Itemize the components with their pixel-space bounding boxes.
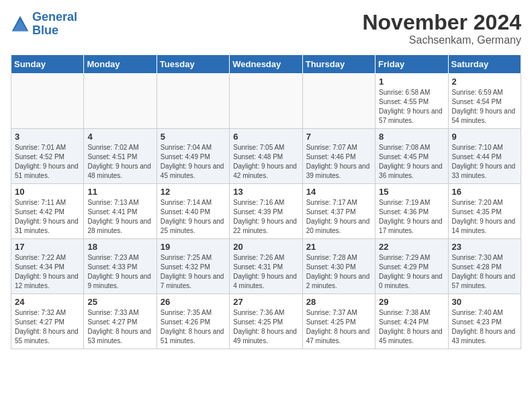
- calendar-cell: 25Sunrise: 7:33 AM Sunset: 4:27 PM Dayli…: [84, 294, 157, 349]
- calendar-cell: 11Sunrise: 7:13 AM Sunset: 4:41 PM Dayli…: [84, 184, 157, 239]
- calendar-cell: 6Sunrise: 7:05 AM Sunset: 4:48 PM Daylig…: [230, 129, 302, 184]
- calendar-week-4: 17Sunrise: 7:22 AM Sunset: 4:34 PM Dayli…: [11, 239, 521, 294]
- calendar-cell: 4Sunrise: 7:02 AM Sunset: 4:51 PM Daylig…: [84, 129, 157, 184]
- calendar-cell: 19Sunrise: 7:25 AM Sunset: 4:32 PM Dayli…: [157, 239, 229, 294]
- day-info: Sunrise: 7:30 AM Sunset: 4:28 PM Dayligh…: [452, 253, 517, 291]
- calendar-cell: 1Sunrise: 6:58 AM Sunset: 4:55 PM Daylig…: [375, 74, 448, 129]
- calendar-cell: 12Sunrise: 7:14 AM Sunset: 4:40 PM Dayli…: [157, 184, 229, 239]
- title-block: November 2024 Sachsenkam, Germany: [362, 11, 521, 46]
- calendar-cell: 14Sunrise: 7:17 AM Sunset: 4:37 PM Dayli…: [302, 184, 375, 239]
- day-info: Sunrise: 7:29 AM Sunset: 4:29 PM Dayligh…: [379, 253, 444, 291]
- calendar-week-3: 10Sunrise: 7:11 AM Sunset: 4:42 PM Dayli…: [11, 184, 521, 239]
- calendar-cell: 24Sunrise: 7:32 AM Sunset: 4:27 PM Dayli…: [11, 294, 84, 349]
- day-info: Sunrise: 7:32 AM Sunset: 4:27 PM Dayligh…: [15, 308, 80, 346]
- calendar-cell: [84, 74, 157, 129]
- day-number: 1: [379, 77, 444, 87]
- calendar-week-5: 24Sunrise: 7:32 AM Sunset: 4:27 PM Dayli…: [11, 294, 521, 349]
- day-info: Sunrise: 6:58 AM Sunset: 4:55 PM Dayligh…: [379, 88, 444, 126]
- day-info: Sunrise: 7:01 AM Sunset: 4:52 PM Dayligh…: [15, 143, 80, 181]
- column-header-monday: Monday: [84, 55, 157, 74]
- calendar-cell: 10Sunrise: 7:11 AM Sunset: 4:42 PM Dayli…: [11, 184, 84, 239]
- day-info: Sunrise: 7:04 AM Sunset: 4:49 PM Dayligh…: [161, 143, 226, 181]
- day-number: 22: [379, 242, 444, 252]
- page-header: GeneralBlue November 2024 Sachsenkam, Ge…: [11, 11, 521, 46]
- calendar-cell: 13Sunrise: 7:16 AM Sunset: 4:39 PM Dayli…: [230, 184, 302, 239]
- day-info: Sunrise: 7:05 AM Sunset: 4:48 PM Dayligh…: [233, 143, 298, 181]
- day-number: 11: [87, 187, 152, 197]
- calendar-cell: [11, 74, 84, 129]
- day-info: Sunrise: 7:23 AM Sunset: 4:33 PM Dayligh…: [87, 253, 152, 291]
- day-number: 4: [87, 132, 152, 142]
- calendar-header-row: SundayMondayTuesdayWednesdayThursdayFrid…: [11, 55, 521, 74]
- calendar-table: SundayMondayTuesdayWednesdayThursdayFrid…: [11, 54, 521, 349]
- day-number: 27: [233, 297, 298, 307]
- day-number: 8: [379, 132, 444, 142]
- calendar-cell: 17Sunrise: 7:22 AM Sunset: 4:34 PM Dayli…: [11, 239, 84, 294]
- calendar-cell: 23Sunrise: 7:30 AM Sunset: 4:28 PM Dayli…: [448, 239, 521, 294]
- calendar-cell: 29Sunrise: 7:38 AM Sunset: 4:24 PM Dayli…: [375, 294, 448, 349]
- calendar-cell: 8Sunrise: 7:08 AM Sunset: 4:45 PM Daylig…: [375, 129, 448, 184]
- day-number: 28: [306, 297, 371, 307]
- day-number: 20: [233, 242, 298, 252]
- day-info: Sunrise: 7:33 AM Sunset: 4:27 PM Dayligh…: [87, 308, 152, 346]
- calendar-cell: [230, 74, 302, 129]
- day-number: 24: [15, 297, 80, 307]
- logo: GeneralBlue: [11, 11, 77, 38]
- month-title: November 2024: [362, 11, 521, 34]
- day-number: 29: [379, 297, 444, 307]
- column-header-sunday: Sunday: [11, 55, 84, 74]
- day-info: Sunrise: 7:16 AM Sunset: 4:39 PM Dayligh…: [233, 198, 298, 236]
- location: Sachsenkam, Germany: [362, 34, 521, 46]
- day-info: Sunrise: 7:11 AM Sunset: 4:42 PM Dayligh…: [15, 198, 80, 236]
- day-info: Sunrise: 7:35 AM Sunset: 4:26 PM Dayligh…: [161, 308, 226, 346]
- calendar-cell: 27Sunrise: 7:36 AM Sunset: 4:25 PM Dayli…: [230, 294, 302, 349]
- day-info: Sunrise: 7:13 AM Sunset: 4:41 PM Dayligh…: [87, 198, 152, 236]
- day-number: 3: [15, 132, 80, 142]
- day-number: 17: [15, 242, 80, 252]
- calendar-cell: [157, 74, 229, 129]
- calendar-cell: 22Sunrise: 7:29 AM Sunset: 4:29 PM Dayli…: [375, 239, 448, 294]
- day-info: Sunrise: 7:14 AM Sunset: 4:40 PM Dayligh…: [161, 198, 226, 236]
- day-info: Sunrise: 7:07 AM Sunset: 4:46 PM Dayligh…: [306, 143, 371, 181]
- day-info: Sunrise: 7:28 AM Sunset: 4:30 PM Dayligh…: [306, 253, 371, 291]
- column-header-saturday: Saturday: [448, 55, 521, 74]
- day-number: 7: [306, 132, 371, 142]
- column-header-friday: Friday: [375, 55, 448, 74]
- calendar-cell: 28Sunrise: 7:37 AM Sunset: 4:25 PM Dayli…: [302, 294, 375, 349]
- calendar-cell: 26Sunrise: 7:35 AM Sunset: 4:26 PM Dayli…: [157, 294, 229, 349]
- day-number: 19: [161, 242, 226, 252]
- day-number: 13: [233, 187, 298, 197]
- day-number: 23: [452, 242, 517, 252]
- calendar-cell: 16Sunrise: 7:20 AM Sunset: 4:35 PM Dayli…: [448, 184, 521, 239]
- day-info: Sunrise: 7:26 AM Sunset: 4:31 PM Dayligh…: [233, 253, 298, 291]
- calendar-week-1: 1Sunrise: 6:58 AM Sunset: 4:55 PM Daylig…: [11, 74, 521, 129]
- day-info: Sunrise: 7:02 AM Sunset: 4:51 PM Dayligh…: [87, 143, 152, 181]
- day-info: Sunrise: 7:22 AM Sunset: 4:34 PM Dayligh…: [15, 253, 80, 291]
- day-info: Sunrise: 7:08 AM Sunset: 4:45 PM Dayligh…: [379, 143, 444, 181]
- calendar-cell: 15Sunrise: 7:19 AM Sunset: 4:36 PM Dayli…: [375, 184, 448, 239]
- day-number: 18: [87, 242, 152, 252]
- day-number: 5: [161, 132, 226, 142]
- day-number: 9: [452, 132, 517, 142]
- calendar-cell: 18Sunrise: 7:23 AM Sunset: 4:33 PM Dayli…: [84, 239, 157, 294]
- calendar-week-2: 3Sunrise: 7:01 AM Sunset: 4:52 PM Daylig…: [11, 129, 521, 184]
- calendar-cell: 30Sunrise: 7:40 AM Sunset: 4:23 PM Dayli…: [448, 294, 521, 349]
- day-info: Sunrise: 7:36 AM Sunset: 4:25 PM Dayligh…: [233, 308, 298, 346]
- day-info: Sunrise: 7:38 AM Sunset: 4:24 PM Dayligh…: [379, 308, 444, 346]
- day-number: 15: [379, 187, 444, 197]
- column-header-thursday: Thursday: [302, 55, 375, 74]
- day-info: Sunrise: 7:10 AM Sunset: 4:44 PM Dayligh…: [452, 143, 517, 181]
- calendar-cell: 7Sunrise: 7:07 AM Sunset: 4:46 PM Daylig…: [302, 129, 375, 184]
- day-number: 21: [306, 242, 371, 252]
- day-info: Sunrise: 7:17 AM Sunset: 4:37 PM Dayligh…: [306, 198, 371, 236]
- day-info: Sunrise: 7:37 AM Sunset: 4:25 PM Dayligh…: [306, 308, 371, 346]
- day-info: Sunrise: 7:25 AM Sunset: 4:32 PM Dayligh…: [161, 253, 226, 291]
- calendar-cell: 3Sunrise: 7:01 AM Sunset: 4:52 PM Daylig…: [11, 129, 84, 184]
- calendar-cell: 2Sunrise: 6:59 AM Sunset: 4:54 PM Daylig…: [448, 74, 521, 129]
- logo-text: GeneralBlue: [32, 11, 77, 38]
- calendar-cell: 5Sunrise: 7:04 AM Sunset: 4:49 PM Daylig…: [157, 129, 229, 184]
- calendar-cell: 21Sunrise: 7:28 AM Sunset: 4:30 PM Dayli…: [302, 239, 375, 294]
- day-number: 12: [161, 187, 226, 197]
- calendar-cell: 20Sunrise: 7:26 AM Sunset: 4:31 PM Dayli…: [230, 239, 302, 294]
- day-number: 6: [233, 132, 298, 142]
